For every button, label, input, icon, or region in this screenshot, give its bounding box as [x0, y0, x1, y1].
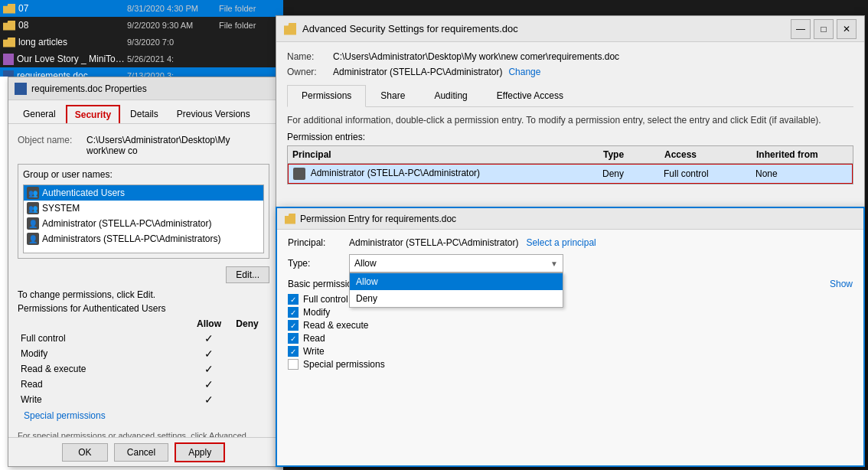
properties-dialog-icon: [15, 83, 27, 95]
dropdown-item-deny[interactable]: Deny: [350, 290, 563, 307]
perms-col-allow: Allow: [190, 318, 228, 329]
file-icon: [3, 4, 15, 14]
file-name: requirements.doc: [17, 70, 127, 77]
entry-principal: Administrator (STELLA-PC\Administrator): [293, 168, 602, 180]
dropdown-button[interactable]: Allow ▼: [349, 254, 563, 273]
file-row[interactable]: long articles 9/3/2020 7:0: [0, 34, 283, 51]
perm-name: Modify: [21, 348, 190, 359]
user-name: SYSTEM: [42, 203, 80, 214]
user-avatar: 👥: [27, 187, 39, 199]
user-item[interactable]: 👤 Administrators (STELLA-PC\Administrato…: [24, 231, 263, 246]
ok-button[interactable]: OK: [62, 443, 108, 462]
name-value: C:\Users\Administrator\Desktop\My work\n…: [333, 51, 619, 62]
user-name: Authenticated Users: [42, 188, 125, 198]
adv-info-text: For additional information, double-click…: [287, 115, 853, 126]
change-perms-label: To change permissions, click Edit.: [18, 289, 269, 300]
permission-row: Read ✓: [18, 377, 269, 392]
perm-name: Read: [21, 379, 190, 390]
file-row[interactable]: 08 9/2/2020 9:30 AM File folder: [0, 17, 283, 34]
user-list[interactable]: 👥 Authenticated Users 👥 SYSTEM 👤 Adminis…: [23, 184, 264, 253]
adv-tab-permissions[interactable]: Permissions: [287, 85, 366, 107]
file-name: long articles: [18, 37, 127, 47]
user-name: Administrators (STELLA-PC\Administrators…: [42, 233, 220, 244]
pe-principal-value: Administrator (STELLA-PC\Administrator): [349, 237, 518, 248]
permission-row: Special permissions: [18, 407, 269, 424]
name-label: Name:: [287, 51, 333, 62]
file-type: File folder: [219, 21, 280, 30]
checkbox-unchecked[interactable]: [288, 359, 299, 370]
file-icon: [3, 54, 14, 65]
group-box: Group or user names: 👥 Authenticated Use…: [18, 164, 269, 259]
perm-table: Principal Type Access Inherited from Adm…: [287, 145, 853, 184]
dropdown-arrow-icon: ▼: [550, 259, 558, 268]
maximize-button[interactable]: □: [814, 19, 834, 39]
owner-row: Owner: Administrator (STELLA-PC\Administ…: [287, 67, 853, 77]
permission-entry-dialog: Permission Entry for requirements.doc Pr…: [276, 207, 865, 467]
perms-for-label: Permissions for Authenticated Users: [18, 303, 269, 314]
object-name-label: Object name:: [18, 135, 86, 145]
dropdown-value: Allow: [354, 258, 377, 269]
tab-previous-versions[interactable]: Previous Versions: [168, 105, 259, 123]
file-row[interactable]: Our Love Story _ MiniTool Software.wmv 5…: [0, 51, 283, 67]
properties-tabs: General Security Details Previous Versio…: [8, 100, 279, 124]
pe-principal-label: Principal:: [288, 237, 349, 248]
pe-type-label: Type:: [288, 258, 349, 269]
pe-principal-row: Principal: Administrator (STELLA-PC\Admi…: [288, 237, 853, 248]
checkbox-checked: ✓: [288, 333, 299, 344]
minimize-button[interactable]: —: [791, 19, 811, 39]
apply-button[interactable]: Apply: [175, 442, 225, 462]
adv-title: Advanced Security Settings for requireme…: [302, 23, 518, 34]
group-box-title: Group or user names:: [23, 169, 264, 180]
file-name: Our Love Story _ MiniTool Software.wmv: [17, 54, 127, 64]
col-access-header: Access: [664, 149, 756, 160]
adv-tab-auditing[interactable]: Auditing: [419, 85, 481, 106]
allow-check: ✓: [190, 332, 228, 344]
special-perms-label[interactable]: Special permissions: [21, 409, 190, 423]
object-name-row: Object name: C:\Users\Administrator\Desk…: [18, 135, 269, 156]
perms-header: Allow Deny: [18, 317, 269, 331]
perm-check-label: Full control: [303, 294, 348, 305]
permission-row: Write ✓: [18, 392, 269, 407]
edit-button[interactable]: Edit...: [226, 266, 269, 283]
user-item[interactable]: 👥 Authenticated Users: [24, 185, 263, 201]
checkbox-checked: ✓: [288, 320, 299, 331]
perm-check-row: Special permissions: [288, 359, 853, 370]
user-avatar: 👤: [27, 217, 39, 230]
perm-table-row[interactable]: Administrator (STELLA-PC\Administrator) …: [288, 164, 853, 184]
file-row[interactable]: 07 8/31/2020 4:30 PM File folder: [0, 0, 283, 17]
tab-details[interactable]: Details: [122, 105, 167, 123]
allow-check: ✓: [190, 378, 228, 390]
adv-tab-share[interactable]: Share: [366, 85, 419, 106]
file-date: 7/13/2020 3:: [127, 71, 219, 77]
title-buttons: — □ ✕: [791, 19, 857, 39]
entry-inherited: None: [755, 168, 847, 179]
file-type: File folder: [219, 4, 280, 13]
perm-check-row: ✓ Read: [288, 333, 853, 344]
properties-footer: OK Cancel Apply: [8, 437, 279, 466]
file-date: 9/2/2020 9:30 AM: [127, 21, 219, 30]
adv-title-icon: [284, 23, 296, 35]
file-icon: [3, 21, 15, 31]
perm-check-row: ✓ Read & execute: [288, 320, 853, 331]
adv-tab-effective-access[interactable]: Effective Access: [482, 85, 578, 106]
select-principal-link[interactable]: Select a principal: [526, 237, 596, 248]
change-owner-link[interactable]: Change: [508, 67, 540, 77]
checkbox-checked: ✓: [288, 346, 299, 357]
object-name-value: C:\Users\Administrator\Desktop\My work\n…: [86, 135, 269, 156]
perms-col-name: [21, 318, 190, 329]
user-item[interactable]: 👥 SYSTEM: [24, 201, 263, 216]
tab-general[interactable]: General: [15, 105, 64, 123]
adv-content: Name: C:\Users\Administrator\Desktop\My …: [276, 42, 864, 194]
file-list: 07 8/31/2020 4:30 PM File folder 08 9/2/…: [0, 0, 283, 77]
show-link[interactable]: Show: [830, 279, 853, 289]
cancel-button[interactable]: Cancel: [114, 443, 168, 462]
file-row[interactable]: requirements.doc 7/13/2020 3:: [0, 67, 283, 77]
adv-title-bar: Advanced Security Settings for requireme…: [276, 16, 864, 42]
permission-row: Full control ✓: [18, 331, 269, 346]
dropdown-item-allow[interactable]: Allow: [350, 273, 563, 290]
owner-label: Owner:: [287, 67, 333, 77]
close-button[interactable]: ✕: [837, 19, 857, 39]
tab-security[interactable]: Security: [66, 105, 120, 123]
user-item[interactable]: 👤 Administrator (STELLA-PC\Administrator…: [24, 216, 263, 231]
perm-check-label: Write: [303, 346, 325, 357]
